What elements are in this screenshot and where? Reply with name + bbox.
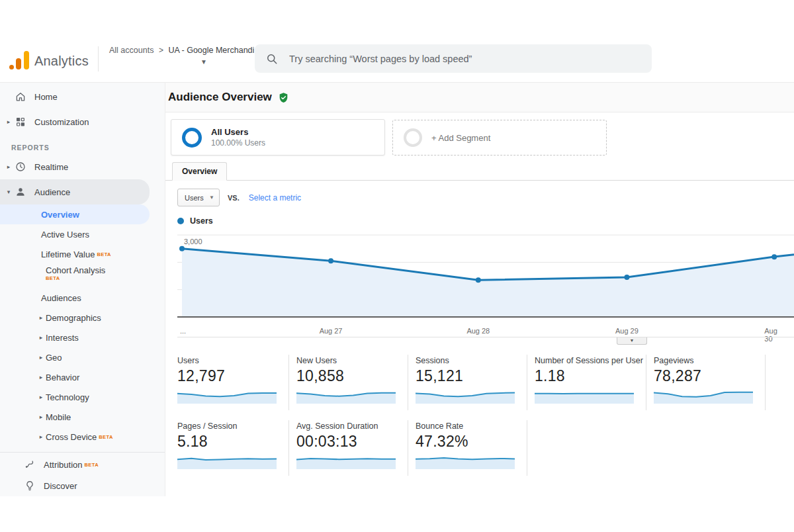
app-header: Analytics All accounts > UA - Google Mer… [0, 0, 794, 83]
metric-label: Sessions [416, 356, 527, 365]
sidebar-nav-list: Home▸CustomizationREPORTS▸Realtime▾Audie… [0, 83, 165, 452]
segment-ring-icon [182, 128, 202, 148]
beta-badge: BETA [97, 251, 110, 257]
sidebar-item-label: Realtime [34, 162, 68, 172]
sidebar-item-interests[interactable]: ▸Interests [0, 328, 165, 347]
metric-value: 00:03:13 [296, 433, 408, 451]
sidebar-item-realtime[interactable]: ▸Realtime [0, 154, 165, 179]
segment-builder: All Users 100.00% Users + Add Segment [165, 112, 794, 162]
analytics-home-link[interactable]: Analytics [9, 50, 89, 70]
metric-card-number-of-sessions-per-user: Number of Sessions per User1.18 [527, 355, 646, 410]
sidebar-item-label: Behavior [46, 373, 79, 382]
metric-dropdown[interactable]: Users ▼ [177, 189, 220, 206]
segment-subtitle: 100.00% Users [211, 138, 265, 148]
vs-label: vs. [228, 194, 240, 202]
metric-label: Users [177, 356, 288, 365]
sidebar-item-overview[interactable]: Overview [0, 204, 150, 224]
breadcrumb-current[interactable]: UA - Google Merchandi… [168, 46, 262, 55]
home-icon [15, 91, 26, 103]
chevron-right-icon[interactable]: ▸ [36, 374, 46, 380]
x-tick-label: Aug 30 [764, 327, 784, 343]
sidebar-item-mobile[interactable]: ▸Mobile [0, 407, 165, 427]
x-axis-labels: ...Aug 27Aug 28Aug 29Aug 30 [177, 326, 794, 336]
sidebar-item-geo[interactable]: ▸Geo [0, 347, 165, 367]
beta-badge: BETA [99, 434, 112, 440]
chevron-down-icon[interactable]: ▾ [4, 189, 13, 195]
sidebar-item-label: Demographics [46, 313, 101, 323]
data-quality-shield-icon [278, 92, 289, 103]
metrics-row-1: Users12,797New Users10,858Sessions15,121… [177, 355, 794, 410]
metrics-row-2: Pages / Session5.18Avg. Session Duration… [177, 420, 794, 476]
metric-card-sessions: Sessions15,121 [408, 355, 527, 410]
sidebar-item-audience[interactable]: ▾Audience [0, 179, 150, 204]
lightbulb-icon [24, 480, 36, 492]
chevron-right-icon[interactable]: ▸ [36, 394, 46, 400]
metric-value: 12,797 [177, 367, 288, 385]
metric-sparkline [654, 388, 753, 404]
report-title-bar: Audience Overview [165, 83, 794, 112]
search-icon [265, 52, 279, 66]
metric-sparkline [416, 388, 515, 404]
sidebar-item-label: Discover [44, 481, 77, 491]
account-breadcrumb[interactable]: All accounts > UA - Google Merchandi… ▼ [109, 46, 263, 55]
x-tick-label: ... [180, 327, 186, 335]
sidebar-item-demographics[interactable]: ▸Demographics [0, 308, 165, 328]
customization-icon [15, 116, 26, 128]
page-title: Audience Overview [168, 91, 272, 104]
chevron-right-icon[interactable]: ▸ [4, 118, 13, 125]
breadcrumb-root[interactable]: All accounts [109, 46, 154, 55]
add-segment-button[interactable]: + Add Segment [392, 120, 607, 155]
sidebar-item-active-users[interactable]: Active Users [0, 224, 165, 244]
metric-card-avg-session-duration: Avg. Session Duration00:03:13 [289, 420, 408, 476]
sidebar-item-label: Interests [46, 333, 79, 343]
beta-badge: BETA [46, 275, 105, 281]
add-segment-label: + Add Segment [431, 133, 490, 143]
chevron-right-icon[interactable]: ▸ [4, 163, 13, 170]
add-segment-ring-icon [404, 128, 422, 147]
chart-legend: Users [177, 216, 794, 226]
chevron-right-icon[interactable]: ▸ [36, 433, 46, 440]
sidebar-item-discover[interactable]: Discover [0, 475, 165, 496]
sidebar-item-custom[interactable]: ▸Custom [0, 447, 165, 452]
sidebar-item-attribution[interactable]: AttributionBETA [0, 454, 165, 475]
sidebar-item-audiences[interactable]: Audiences [0, 288, 165, 308]
chart-footer-divider: ▼ [177, 337, 794, 337]
sidebar-item-technology[interactable]: ▸Technology [0, 387, 165, 407]
legend-label: Users [190, 216, 213, 226]
chevron-right-icon[interactable]: ▸ [36, 414, 46, 420]
dropdown-caret-icon: ▼ [209, 195, 214, 200]
beta-badge: BETA [85, 462, 99, 468]
metric-sparkline [296, 388, 396, 404]
sidebar-item-cross-device[interactable]: ▸Cross DeviceBETA [0, 427, 165, 447]
metric-sparkline [296, 453, 396, 469]
metric-label: Number of Sessions per User [535, 356, 646, 365]
sidebar-item-cohort-analysis[interactable]: Cohort AnalysisBETA [0, 264, 165, 288]
sidebar-item-lifetime-value[interactable]: Lifetime ValueBETA [0, 244, 165, 264]
sidebar-item-customization[interactable]: ▸Customization [0, 109, 165, 134]
chevron-right-icon[interactable]: ▸ [36, 334, 46, 341]
sidebar-item-label: Cross Device [46, 432, 97, 442]
brand-name: Analytics [34, 54, 89, 69]
tab-overview[interactable]: Overview [172, 162, 227, 181]
search-input[interactable] [289, 54, 641, 64]
metric-label: Pageviews [654, 356, 765, 365]
select-metric-link[interactable]: Select a metric [249, 193, 301, 202]
global-search [255, 44, 652, 73]
sidebar-item-label: Lifetime Value [41, 249, 95, 259]
chevron-right-icon[interactable]: ▸ [36, 314, 46, 321]
metric-value: 5.18 [177, 433, 288, 451]
sidebar-item-label: Attribution [44, 460, 83, 470]
breadcrumb-separator: > [159, 46, 163, 55]
sidebar-item-behavior[interactable]: ▸Behavior [0, 367, 165, 387]
sidebar-section-label: REPORTS [11, 144, 165, 152]
chevron-right-icon[interactable]: ▸ [36, 354, 46, 361]
metric-value: 10,858 [296, 367, 408, 385]
metric-label: New Users [296, 356, 408, 365]
x-tick-label: Aug 28 [466, 327, 490, 335]
sidebar-item-home[interactable]: Home [0, 84, 165, 109]
metric-label: Avg. Session Duration [296, 421, 408, 431]
segment-all-users[interactable]: All Users 100.00% Users [171, 119, 385, 155]
annotations-toggle-button[interactable]: ▼ [617, 337, 647, 345]
metric-value: 15,121 [416, 367, 527, 385]
account-switcher-caret-icon[interactable]: ▼ [200, 58, 207, 66]
